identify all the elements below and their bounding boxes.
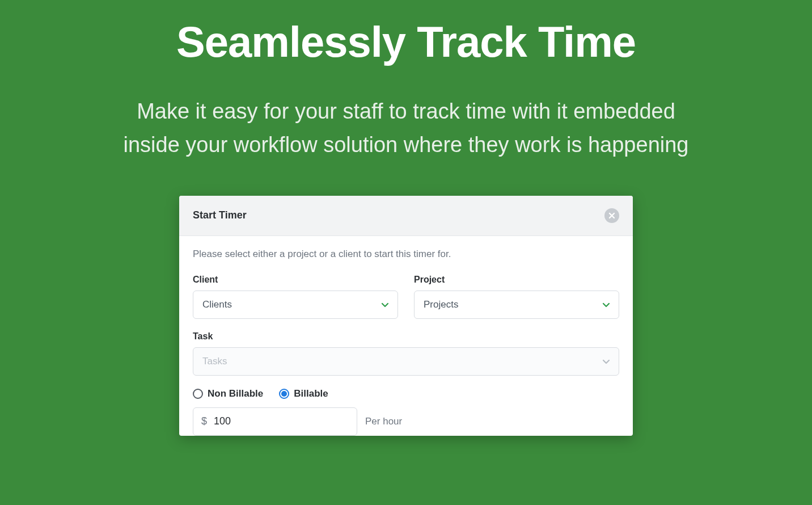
- radio-icon: [193, 389, 203, 399]
- currency-symbol: $: [201, 415, 207, 427]
- close-icon: [608, 212, 615, 219]
- client-field: Client Clients: [193, 275, 398, 319]
- non-billable-radio[interactable]: Non Billable: [193, 388, 263, 399]
- project-label: Project: [414, 275, 619, 285]
- task-select[interactable]: Tasks: [193, 347, 619, 376]
- billing-radio-group: Non Billable Billable: [193, 388, 619, 399]
- task-field: Task Tasks: [193, 331, 619, 376]
- client-select-value: Clients: [202, 299, 232, 310]
- start-timer-panel: Start Timer Please select either a proje…: [179, 196, 633, 436]
- chevron-down-icon: [380, 300, 390, 309]
- panel-instruction: Please select either a project or a clie…: [193, 249, 619, 260]
- panel-title: Start Timer: [193, 209, 247, 221]
- billable-label: Billable: [294, 388, 328, 399]
- page-title: Seamlessly Track Time: [0, 17, 812, 66]
- radio-icon: [279, 389, 289, 399]
- client-select[interactable]: Clients: [193, 291, 398, 319]
- close-button[interactable]: [604, 208, 619, 223]
- project-select-value: Projects: [424, 299, 458, 310]
- task-label: Task: [193, 331, 619, 342]
- non-billable-label: Non Billable: [208, 388, 263, 399]
- client-label: Client: [193, 275, 398, 285]
- chevron-down-icon: [602, 300, 611, 309]
- rate-input-wrap: $: [193, 407, 357, 436]
- task-select-value: Tasks: [202, 356, 227, 367]
- rate-input[interactable]: [214, 415, 349, 427]
- chevron-down-icon: [602, 357, 611, 366]
- project-select[interactable]: Projects: [414, 291, 619, 319]
- panel-header: Start Timer: [179, 196, 633, 236]
- billable-radio[interactable]: Billable: [279, 388, 328, 399]
- rate-suffix: Per hour: [365, 416, 402, 427]
- rate-row: $ Per hour: [193, 407, 619, 436]
- project-field: Project Projects: [414, 275, 619, 319]
- radio-dot-icon: [281, 391, 287, 397]
- page-subtitle: Make it easy for your staff to track tim…: [108, 95, 704, 162]
